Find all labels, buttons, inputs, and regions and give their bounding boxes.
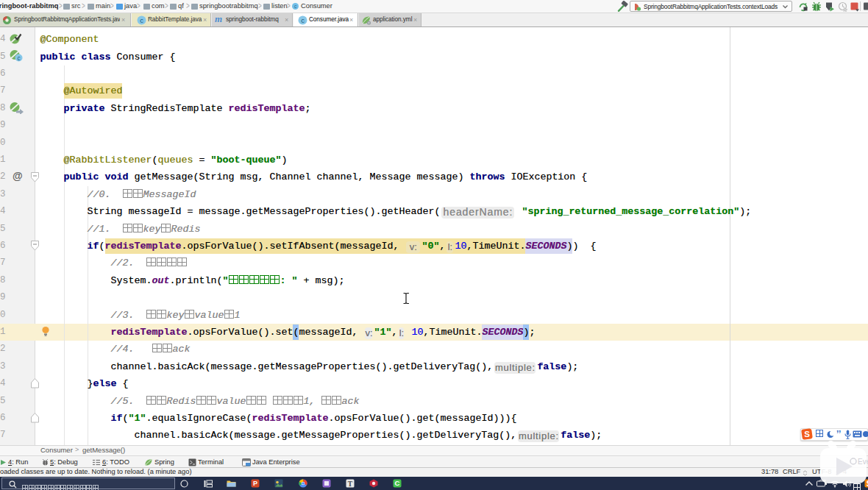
svg-text:c: c [140, 16, 143, 24]
svg-text:c: c [301, 16, 305, 24]
svg-text:S: S [804, 430, 810, 438]
svg-text:P: P [253, 480, 257, 487]
svg-text:C: C [395, 479, 400, 487]
svg-text:T: T [348, 480, 353, 488]
svg-text:Eve: Eve [858, 458, 868, 466]
